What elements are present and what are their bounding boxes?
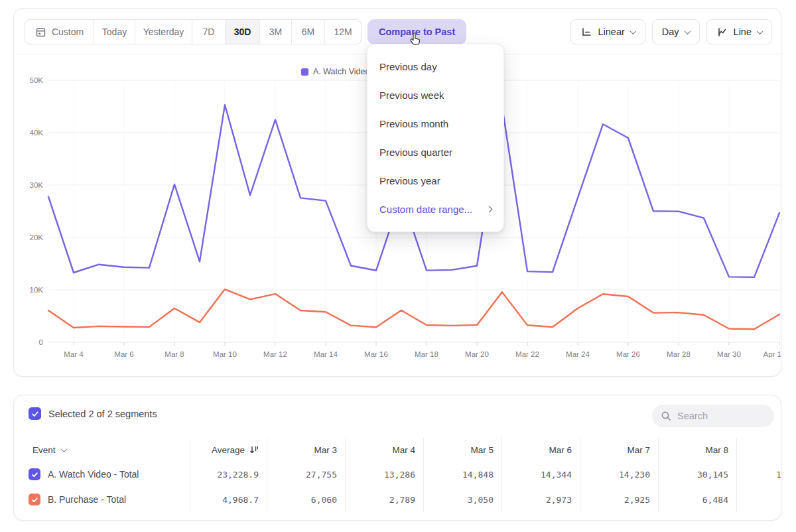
- range-button-30d[interactable]: 30D: [226, 20, 260, 44]
- chevron-down-icon: [60, 446, 67, 452]
- segment-checkbox[interactable]: [29, 494, 40, 505]
- check-icon: [31, 410, 39, 418]
- range-button-7d[interactable]: 7D: [192, 20, 226, 44]
- y-axis-tick-label: 50K: [30, 76, 44, 84]
- range-button-label: 3M: [269, 27, 282, 37]
- interval-label: Day: [662, 27, 679, 37]
- compare-to-past-menu: Previous dayPrevious weekPrevious monthP…: [367, 44, 504, 232]
- date-column-header: Mar 9: [737, 438, 781, 462]
- menu-item-previous-month[interactable]: Previous month: [367, 109, 503, 138]
- range-button-label: Today: [102, 27, 127, 37]
- value-cell: 6,484: [659, 487, 737, 512]
- chevron-down-icon: [684, 28, 691, 34]
- chart-type-dropdown[interactable]: Line: [706, 19, 772, 44]
- chevron-down-icon: [757, 28, 763, 34]
- check-icon: [31, 471, 38, 478]
- menu-item-custom-date-range[interactable]: Custom date range...: [367, 195, 503, 224]
- average-value-cell: 23,228.9: [190, 462, 267, 487]
- x-axis-tick-label: Mar 6: [114, 350, 133, 358]
- date-column-header: Mar 3: [267, 438, 346, 462]
- x-axis-tick-label: Mar 16: [364, 350, 388, 358]
- x-axis-tick-label: Mar 4: [64, 350, 84, 358]
- calendar-icon: [35, 27, 46, 38]
- segment-row-label: A. Watch Video - Total: [14, 462, 190, 487]
- date-range-segmented-control: CustomTodayYesterday7D30D3M6M12M: [25, 19, 362, 44]
- value-cell: 6,060: [267, 487, 346, 512]
- average-column-header[interactable]: Average: [190, 438, 267, 462]
- segments-count-label: Selected 2 of 2 segments: [48, 409, 157, 419]
- series-line: [48, 289, 779, 329]
- chevron-right-icon: [486, 206, 493, 213]
- segments-table: EventAverageMar 3Mar 4Mar 5Mar 6Mar 7Mar…: [14, 438, 781, 512]
- segments-bar: Selected 2 of 2 segments: [29, 407, 157, 420]
- interval-dropdown[interactable]: Day: [652, 19, 700, 44]
- value-cell: 3,805: [737, 487, 781, 512]
- chart-controls: Linear Day Line: [570, 19, 772, 44]
- menu-item-previous-day[interactable]: Previous day: [367, 52, 503, 81]
- average-header-label: Average: [212, 445, 245, 455]
- x-axis-tick-label: Mar 14: [314, 350, 338, 358]
- y-axis-tick-label: 0: [39, 338, 43, 346]
- x-axis-tick-label: Mar 20: [465, 350, 489, 358]
- event-header-label: Event: [33, 445, 56, 455]
- select-all-checkbox[interactable]: [29, 407, 41, 420]
- x-axis-tick-label: Mar 8: [165, 350, 184, 358]
- check-icon: [31, 496, 38, 503]
- range-button-today[interactable]: Today: [94, 20, 135, 44]
- event-column-header[interactable]: Event: [14, 438, 190, 462]
- x-axis-tick-label: Mar 30: [717, 350, 741, 358]
- x-axis-tick-label: Mar 26: [616, 350, 640, 358]
- search-box[interactable]: [652, 405, 774, 427]
- value-cell: 30,145: [659, 462, 737, 487]
- y-axis-tick-label: 40K: [30, 129, 44, 137]
- sort-descending-icon: [249, 445, 259, 454]
- analytics-dashboard: CustomTodayYesterday7D30D3M6M12M Compare…: [0, 0, 796, 532]
- menu-item-previous-week[interactable]: Previous week: [367, 81, 503, 109]
- value-cell: 2,789: [346, 487, 424, 512]
- x-axis-tick-label: Mar 18: [415, 350, 438, 358]
- chevron-down-icon: [630, 28, 636, 34]
- value-cell: 3,050: [424, 487, 502, 512]
- range-button-3m[interactable]: 3M: [260, 20, 292, 44]
- segment-name: B. Purchase - Total: [48, 494, 126, 505]
- compare-to-past-button[interactable]: Compare to Past: [367, 19, 466, 44]
- segment-row-label: B. Purchase - Total: [14, 487, 190, 512]
- average-value-cell: 4,968.7: [190, 487, 267, 512]
- menu-item-previous-year[interactable]: Previous year: [367, 166, 503, 195]
- x-axis-tick-label: Mar 10: [213, 350, 237, 358]
- x-axis-tick-label: Mar 24: [566, 350, 590, 358]
- search-input[interactable]: [677, 411, 763, 421]
- custom-date-range-label: Custom date range...: [379, 204, 472, 215]
- range-button-label: 6M: [302, 27, 314, 37]
- scale-label: Linear: [598, 27, 624, 37]
- range-button-6m[interactable]: 6M: [292, 20, 325, 44]
- x-axis-tick-label: Mar 22: [515, 350, 539, 358]
- value-cell: 14,344: [502, 462, 580, 487]
- range-button-label: Custom: [52, 27, 84, 37]
- segment-checkbox[interactable]: [29, 468, 40, 480]
- range-button-label: 7D: [203, 27, 215, 37]
- value-cell: 15,407: [737, 462, 781, 487]
- line-chart-icon: [716, 27, 728, 38]
- value-cell: 2,973: [502, 487, 580, 512]
- date-column-header: Mar 7: [580, 438, 659, 462]
- date-column-header: Mar 8: [659, 438, 737, 462]
- date-column-header: Mar 4: [346, 438, 424, 462]
- range-button-12m[interactable]: 12M: [325, 20, 361, 44]
- range-button-yesterday[interactable]: Yesterday: [135, 20, 192, 44]
- x-axis-tick-label: Mar 28: [667, 350, 691, 358]
- x-axis-tick-label: Mar 12: [263, 350, 287, 358]
- linear-axis-icon: [580, 27, 592, 38]
- scale-dropdown[interactable]: Linear: [570, 19, 645, 44]
- legend-swatch: [301, 68, 308, 76]
- x-axis-tick-label: Apr 1: [763, 350, 782, 358]
- y-axis-tick-label: 30K: [30, 181, 44, 189]
- range-button-label: Yesterday: [143, 27, 184, 37]
- y-axis-tick-label: 20K: [30, 233, 44, 241]
- value-cell: 27,755: [267, 462, 346, 487]
- value-cell: 2,925: [580, 487, 659, 512]
- range-button-label: 30D: [234, 27, 251, 37]
- menu-item-previous-quarter[interactable]: Previous quarter: [367, 138, 503, 166]
- value-cell: 13,286: [346, 462, 424, 487]
- range-button-custom[interactable]: Custom: [25, 20, 94, 44]
